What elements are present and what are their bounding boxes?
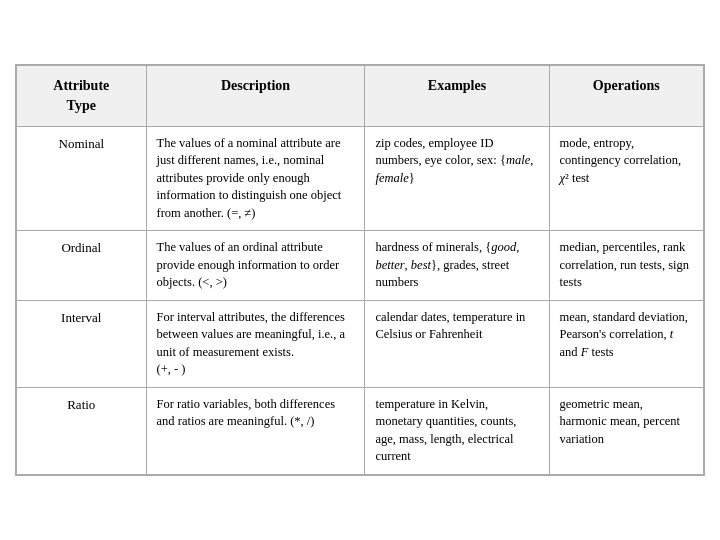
table-row: Interval For interval attributes, the di… [17, 300, 704, 387]
header-type: AttributeType [17, 66, 147, 126]
operations-ordinal: median, percentiles, rank correlation, r… [549, 231, 703, 301]
operations-ratio: geometric mean, harmonic mean, percent v… [549, 387, 703, 474]
examples-ratio: temperature in Kelvin, monetary quantiti… [365, 387, 549, 474]
description-ratio: For ratio variables, both differences an… [146, 387, 365, 474]
header-examples: Examples [365, 66, 549, 126]
type-ratio: Ratio [17, 387, 147, 474]
type-interval: Interval [17, 300, 147, 387]
examples-ordinal: hardness of minerals, {good, better, bes… [365, 231, 549, 301]
examples-interval: calendar dates, temperature in Celsius o… [365, 300, 549, 387]
type-nominal: Nominal [17, 126, 147, 231]
attribute-type-table: AttributeType Description Examples Opera… [15, 64, 705, 475]
header-operations: Operations [549, 66, 703, 126]
table-row: Nominal The values of a nominal attribut… [17, 126, 704, 231]
table-row: Ratio For ratio variables, both differen… [17, 387, 704, 474]
description-nominal: The values of a nominal attribute are ju… [146, 126, 365, 231]
operations-nominal: mode, entropy, contingency correlation, … [549, 126, 703, 231]
description-ordinal: The values of an ordinal attribute provi… [146, 231, 365, 301]
type-ordinal: Ordinal [17, 231, 147, 301]
operations-interval: mean, standard deviation, Pearson's corr… [549, 300, 703, 387]
examples-nominal: zip codes, employee ID numbers, eye colo… [365, 126, 549, 231]
description-interval: For interval attributes, the differences… [146, 300, 365, 387]
header-description: Description [146, 66, 365, 126]
table-row: Ordinal The values of an ordinal attribu… [17, 231, 704, 301]
